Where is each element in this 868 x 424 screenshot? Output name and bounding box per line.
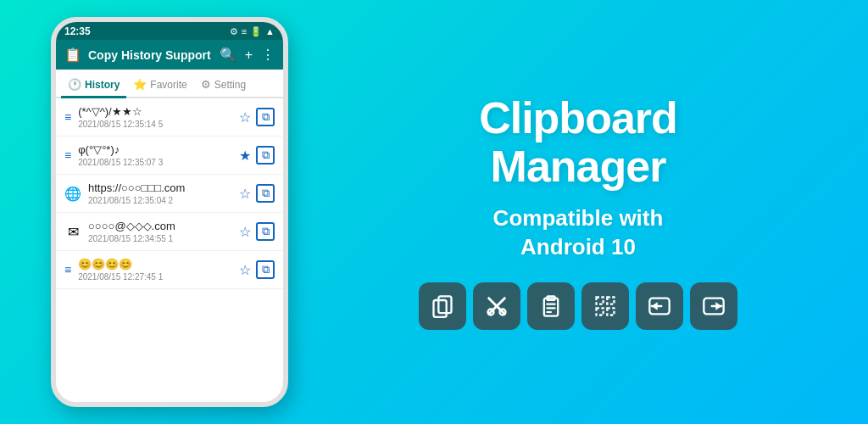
star-button[interactable]: ☆ bbox=[239, 262, 251, 278]
copy-button[interactable] bbox=[256, 260, 275, 279]
subheadline-line1: Compatible with bbox=[493, 204, 664, 233]
signal-icon: ▲ bbox=[265, 26, 275, 36]
item-actions: ☆ bbox=[239, 108, 275, 126]
item-meta: 2021/08/15 12:35:07 3 bbox=[78, 158, 232, 167]
app-icon: 📋 bbox=[64, 47, 81, 63]
item-text: φ(°▽°*)♪ bbox=[78, 143, 232, 156]
url-icon: 🌐 bbox=[64, 186, 81, 202]
list-item: 🌐 https://○○○□□□.com 2021/08/15 12:35:04… bbox=[56, 175, 283, 213]
tab-history[interactable]: 🕐 History bbox=[61, 71, 126, 98]
subheadline-line2: Android 10 bbox=[493, 233, 664, 262]
drag-icon: ≡ bbox=[64, 110, 71, 124]
list-item: ≡ 😊😊😊😊 2021/08/15 12:27:45 1 ☆ bbox=[56, 251, 283, 289]
item-meta: 2021/08/15 12:34:55 1 bbox=[88, 234, 232, 243]
status-time: 12:35 bbox=[64, 25, 91, 37]
setting-tab-icon: ⚙ bbox=[201, 78, 211, 91]
email-icon: ✉ bbox=[64, 224, 81, 240]
app-bar: 📋 Copy History Support 🔍 + ⋮ bbox=[56, 40, 283, 70]
subheadline: Compatible with Android 10 bbox=[493, 204, 664, 262]
item-content: 😊😊😊😊 2021/08/15 12:27:45 1 bbox=[78, 258, 232, 282]
phone-side-button bbox=[287, 90, 288, 124]
item-meta: 2021/08/15 12:27:45 1 bbox=[78, 272, 232, 282]
history-tab-icon: 🕐 bbox=[68, 78, 81, 91]
setting-tab-label: Setting bbox=[214, 79, 246, 91]
app-bar-actions: 🔍 + ⋮ bbox=[220, 47, 275, 63]
tab-bar: 🕐 History ⭐ Favorite ⚙ Setting bbox=[56, 70, 283, 98]
tab-favorite[interactable]: ⭐ Favorite bbox=[126, 71, 193, 98]
status-icons: ⚙ ≡ 🔋 ▲ bbox=[230, 26, 275, 37]
settings-icon: ⚙ bbox=[230, 26, 238, 37]
svg-rect-12 bbox=[607, 297, 614, 304]
status-bar: 12:35 ⚙ ≡ 🔋 ▲ bbox=[56, 22, 283, 40]
list-item: ✉ ○○○○@◇◇◇.com 2021/08/15 12:34:55 1 ☆ bbox=[56, 213, 283, 251]
history-tab-label: History bbox=[85, 79, 120, 91]
svg-rect-13 bbox=[597, 308, 604, 315]
tab-setting[interactable]: ⚙ Setting bbox=[194, 71, 253, 98]
item-actions: ☆ bbox=[239, 260, 275, 279]
item-content: ○○○○@◇◇◇.com 2021/08/15 12:34:55 1 bbox=[88, 220, 232, 243]
favorite-tab-icon: ⭐ bbox=[133, 78, 147, 91]
copy-button[interactable] bbox=[256, 184, 275, 203]
back-icon-tile[interactable] bbox=[636, 282, 683, 330]
item-meta: 2021/08/15 12:35:04 2 bbox=[88, 196, 232, 205]
item-text: ○○○○@◇◇◇.com bbox=[88, 220, 232, 232]
item-content: φ(°▽°*)♪ 2021/08/15 12:35:07 3 bbox=[78, 143, 232, 167]
star-button[interactable]: ★ bbox=[239, 148, 251, 164]
svg-rect-14 bbox=[607, 308, 614, 315]
copy-icon-tile[interactable] bbox=[419, 282, 466, 330]
star-button[interactable]: ☆ bbox=[239, 186, 251, 202]
favorite-tab-label: Favorite bbox=[150, 79, 186, 91]
item-content: https://○○○□□□.com 2021/08/15 12:35:04 2 bbox=[88, 181, 232, 205]
search-icon[interactable]: 🔍 bbox=[220, 47, 236, 63]
drag-icon: ≡ bbox=[64, 263, 71, 276]
star-button[interactable]: ☆ bbox=[239, 224, 251, 240]
app-title: Copy History Support bbox=[88, 48, 213, 62]
clipboard-icon-tile[interactable] bbox=[527, 282, 575, 330]
cut-icon-tile[interactable] bbox=[473, 282, 520, 330]
copy-button[interactable] bbox=[256, 108, 275, 126]
add-icon[interactable]: + bbox=[245, 47, 253, 63]
item-text: 😊😊😊😊 bbox=[78, 258, 232, 271]
history-list: ≡ (*^▽^)/★★☆ 2021/08/15 12:35:14 5 ☆ ≡ φ… bbox=[56, 98, 283, 402]
item-actions: ★ bbox=[239, 146, 275, 165]
phone-container: 12:35 ⚙ ≡ 🔋 ▲ 📋 Copy History Support 🔍 +… bbox=[0, 0, 288, 424]
item-text: https://○○○□□□.com bbox=[88, 181, 232, 194]
svg-rect-11 bbox=[597, 297, 604, 304]
item-actions: ☆ bbox=[239, 222, 275, 241]
item-meta: 2021/08/15 12:35:14 5 bbox=[78, 120, 232, 129]
item-content: (*^▽^)/★★☆ 2021/08/15 12:35:14 5 bbox=[78, 105, 232, 129]
headline-line2: Manager bbox=[479, 142, 677, 191]
drag-icon: ≡ bbox=[64, 148, 71, 162]
more-icon[interactable]: ⋮ bbox=[261, 47, 275, 63]
svg-rect-0 bbox=[438, 296, 451, 313]
select-icon-tile[interactable] bbox=[581, 282, 629, 330]
item-text: (*^▽^)/★★☆ bbox=[78, 105, 232, 118]
copy-button[interactable] bbox=[256, 222, 275, 241]
phone-mockup: 12:35 ⚙ ≡ 🔋 ▲ 📋 Copy History Support 🔍 +… bbox=[51, 17, 288, 407]
menu-icon: ≡ bbox=[242, 26, 247, 36]
forward-icon-tile[interactable] bbox=[690, 282, 737, 330]
list-item: ≡ (*^▽^)/★★☆ 2021/08/15 12:35:14 5 ☆ bbox=[56, 98, 283, 137]
star-button[interactable]: ☆ bbox=[239, 109, 251, 126]
battery-icon: 🔋 bbox=[250, 26, 262, 37]
headline-line1: Clipboard bbox=[479, 94, 677, 142]
right-panel: Clipboard Manager Compatible with Androi… bbox=[288, 77, 868, 347]
item-actions: ☆ bbox=[239, 184, 275, 203]
icons-bar bbox=[419, 282, 737, 330]
list-item: ≡ φ(°▽°*)♪ 2021/08/15 12:35:07 3 ★ bbox=[56, 137, 283, 175]
svg-rect-1 bbox=[434, 300, 447, 317]
copy-button[interactable] bbox=[256, 146, 275, 165]
headline: Clipboard Manager bbox=[479, 94, 677, 191]
